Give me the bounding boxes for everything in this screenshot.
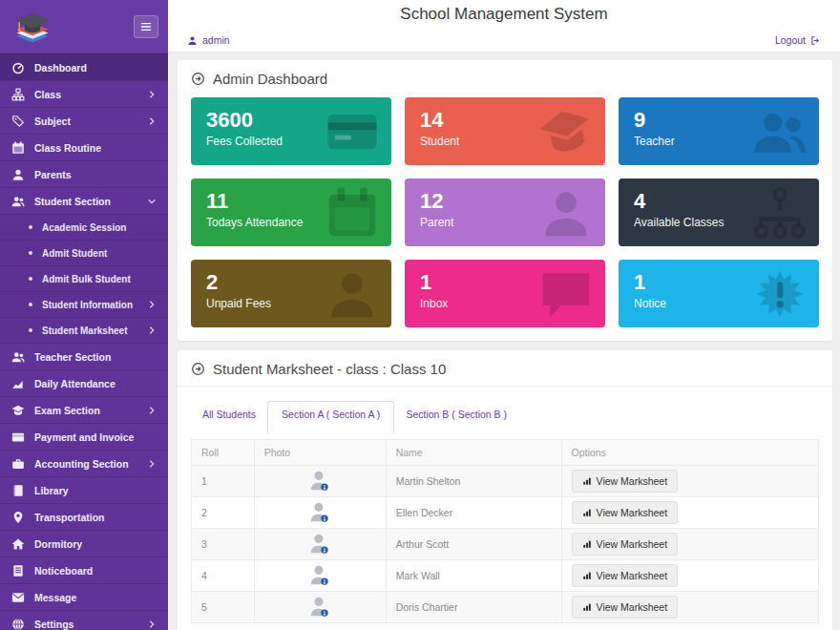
sidebar-menu: DashboardClassSubjectClass RoutineParent… [0, 53, 168, 630]
logout-button[interactable]: Logout [775, 34, 821, 46]
sidebar-subitem-student-marksheet[interactable]: Student Marksheet [0, 317, 168, 343]
main-content: School Management System admin Logout Ad… [168, 0, 840, 630]
tab-section-a-section-a[interactable]: Section A ( Section A ) [267, 401, 394, 433]
bullet-icon [29, 225, 32, 229]
sidebar-item-transportation[interactable]: Transportation [0, 503, 168, 530]
grad-cap-icon [534, 98, 599, 164]
chart-icon [11, 377, 25, 390]
sidebar-item-subject[interactable]: Subject [0, 107, 168, 134]
stat-card-parent: 12Parent [405, 178, 605, 246]
bullet-icon [29, 251, 32, 255]
view-marksheet-button[interactable]: View Marksheet [572, 596, 679, 619]
calendar-icon [325, 185, 380, 241]
sidebar-item-message[interactable]: Message [0, 583, 168, 610]
title-bar: School Management System [168, 0, 840, 29]
marksheet-table: RollPhotoNameOptions 1Martin SheltonView… [191, 439, 819, 623]
calendar-icon [11, 141, 25, 155]
stat-card-teacher: 9Teacher [619, 97, 819, 165]
sidebar-item-exam-section[interactable]: Exam Section [0, 396, 168, 423]
credit-card-icon [11, 430, 25, 444]
sidebar-subitem-student-information[interactable]: Student Information [0, 291, 168, 317]
users-icon [11, 195, 25, 208]
table-row: 3Arthur ScottView Marksheet [192, 529, 819, 560]
student-avatar [307, 500, 332, 525]
table-header-row: RollPhotoNameOptions [192, 440, 819, 466]
sidebar-item-parents[interactable]: Parents [0, 160, 168, 187]
roll-cell: 3 [192, 529, 255, 560]
name-cell: Ellen Decker [386, 497, 561, 529]
roll-cell: 4 [192, 560, 255, 592]
arrow-circle-icon [191, 72, 205, 86]
marksheet-heading: Student Marksheet - class : Class 10 [178, 350, 832, 387]
view-marksheet-button[interactable]: View Marksheet [572, 501, 679, 524]
sidebar-item-library[interactable]: Library [0, 476, 168, 503]
sidebar-item-settings[interactable]: Settings [0, 610, 168, 630]
options-cell: View Marksheet [561, 592, 818, 623]
sitemap-big-icon [752, 185, 808, 241]
view-marksheet-button[interactable]: View Marksheet [572, 564, 679, 587]
student-avatar [307, 469, 332, 494]
comment-icon [538, 266, 594, 322]
users-icon [11, 350, 25, 364]
stat-card-available-classes: 4Available Classes [619, 178, 819, 246]
sidebar-item-class-routine[interactable]: Class Routine [0, 134, 168, 160]
sidebar-item-student-section[interactable]: Student Section [0, 187, 168, 214]
name-cell: Martin Shelton [386, 466, 561, 497]
column-header-photo: Photo [254, 440, 386, 466]
sidebar-subitem-admit-student[interactable]: Admit Student [0, 240, 168, 265]
sidebar-item-class[interactable]: Class [0, 80, 168, 107]
name-cell: Doris Chartier [386, 592, 561, 623]
sidebar-item-noticeboard[interactable]: Noticeboard [0, 556, 168, 583]
hamburger-icon [139, 20, 153, 33]
sidebar-subitem-label: Student Marksheet [42, 326, 147, 336]
sidebar-item-teacher-section[interactable]: Teacher Section [0, 343, 168, 369]
user-icon [538, 185, 594, 241]
table-body: 1Martin SheltonView Marksheet2Ellen Deck… [192, 466, 819, 623]
menu-toggle-button[interactable] [134, 15, 158, 38]
student-avatar [307, 563, 332, 588]
user-icon [11, 168, 25, 181]
logout-label: Logout [775, 34, 806, 46]
view-marksheet-label: View Marksheet [597, 475, 668, 487]
name-cell: Mark Wall [386, 560, 561, 592]
sidebar-item-daily-attendance[interactable]: Daily Attendance [0, 369, 168, 396]
sidebar-item-label: Library [34, 485, 157, 496]
table-row: 5Doris ChartierView Marksheet [192, 592, 819, 623]
dashboard-panel: Admin Dashboard 3600Fees Collected14Stud… [178, 60, 832, 341]
envelope-icon [11, 591, 25, 604]
map-pin-icon [11, 511, 25, 524]
tab-section-b-section-b[interactable]: Section B ( Section B ) [394, 402, 518, 427]
sidebar-subitem-label: Admit Student [42, 248, 157, 259]
view-marksheet-button[interactable]: View Marksheet [572, 470, 679, 493]
current-user[interactable]: admin [187, 34, 230, 46]
sidebar-item-dashboard[interactable]: Dashboard [0, 53, 168, 80]
sidebar-subitem-admit-bulk-student[interactable]: Admit Bulk Student [0, 265, 168, 291]
tab-all-students[interactable]: All Students [191, 402, 267, 427]
sidebar-item-label: Settings [34, 619, 147, 630]
view-marksheet-label: View Marksheet [597, 538, 668, 550]
current-user-label: admin [202, 34, 230, 46]
stat-card-fees-collected: 3600Fees Collected [191, 97, 391, 165]
sidebar-subitem-academic-session[interactable]: Academic Session [0, 214, 168, 240]
photo-cell [254, 466, 386, 497]
bullet-icon [29, 303, 32, 306]
bar-chart-icon [582, 602, 592, 612]
options-cell: View Marksheet [561, 560, 818, 592]
view-marksheet-button[interactable]: View Marksheet [572, 533, 679, 556]
sidebar-subitem-label: Student Information [42, 300, 147, 310]
options-cell: View Marksheet [561, 529, 818, 560]
name-cell: Arthur Scott [386, 529, 561, 560]
sidebar-item-payment-and-invoice[interactable]: Payment and Invoice [0, 423, 168, 450]
chevron-right-icon [147, 116, 157, 126]
sidebar-item-label: Payment and Invoice [34, 431, 157, 443]
view-marksheet-label: View Marksheet [597, 507, 668, 518]
globe-icon [11, 618, 25, 630]
bullet-icon [29, 328, 32, 332]
sidebar-item-label: Accounting Section [34, 458, 147, 470]
sidebar-item-label: Message [34, 592, 157, 603]
options-cell: View Marksheet [561, 497, 818, 529]
sidebar-item-accounting-section[interactable]: Accounting Section [0, 450, 168, 476]
sidebar-item-dormitory[interactable]: Dormitory [0, 530, 168, 556]
column-header-roll: Roll [192, 440, 255, 466]
sidebar-item-label: Teacher Section [34, 351, 157, 363]
